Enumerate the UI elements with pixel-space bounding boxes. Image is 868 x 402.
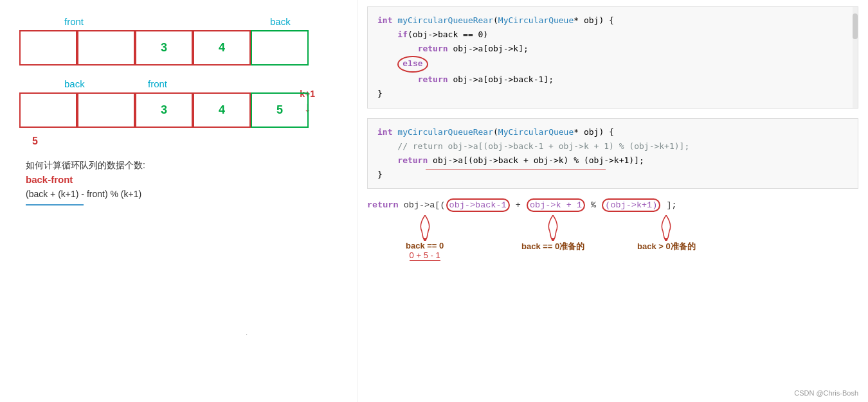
cell-2-3: 3 [135,92,193,128]
code2-line1: int myCircularQueueRear(MyCircularQueue*… [377,125,848,139]
arrow-back0-ready-icon [547,215,559,241]
ann-label-2: back == 0准备的 [521,241,584,252]
array2: 3 4 5 [19,92,338,128]
ann-label-3: back > 0准备的 [637,241,696,252]
cell-1-2 [77,30,135,66]
code1-line3: return obj->a[obj->k]; [377,42,848,56]
chinese-description: 如何计算循环队列的数据个数: [26,160,338,171]
bottom-text: 如何计算循环队列的数据个数: back-front (back + (k+1) … [26,160,338,205]
cell-1-5 [251,30,309,66]
back-label-1: back [270,16,291,27]
cell-1-3: 3 [135,30,193,66]
diagram1-labels: front back [19,13,338,27]
watermark: CSDN @Chris-Bosh [794,389,858,397]
code1-line5: return obj->a[obj->back-1]; [377,73,848,87]
scrollbar-track[interactable] [853,7,858,108]
return-annotated-line: return obj->a[(obj->back-1 + obj->k + 1 … [367,198,858,212]
ann-formula-1: 0 + 5 - 1 [410,250,440,261]
ann-label-1: back == 0 [406,241,444,250]
arrow-back0-icon [419,215,431,241]
array1: 3 4 [19,30,338,66]
code-block-2: int myCircularQueueRear(MyCircularQueue*… [367,118,858,189]
annotation-backgt0-ready: back > 0准备的 [637,215,696,252]
cell-1-1 [19,30,77,66]
left-panel: front back 3 4 k+1 ↓ back front [0,0,357,402]
oval-objk-plus1: obj->k + 1 [527,198,585,212]
dot-decoration: · [246,331,248,338]
code-block-1: int myCircularQueueRear(MyCircularQueue*… [367,6,858,109]
cell-2-5: 5 [251,92,309,128]
front-label-1: front [64,16,84,27]
code1-line2: if(obj->back == 0) [377,28,848,42]
annotation-back0: back == 0 0 + 5 - 1 [406,215,444,261]
code1-line4: else [377,56,848,73]
underline-return [426,170,606,170]
label-5: 5 [32,135,338,147]
cell-1-4: 4 [193,30,251,66]
back-label-2: back [64,78,85,89]
code1-line1: int myCircularQueueRear(MyCircularQueue*… [377,13,848,28]
bottom-code-section: return obj->a[(obj->back-1 + obj->k + 1 … [367,198,858,279]
formula-1: back-front [26,174,338,185]
oval-objk1: (obj->k+1) [602,198,660,212]
arrow-backgt0-ready-icon [660,215,673,241]
oval-back-minus-1: obj->back-1 [446,198,510,212]
code1-line6: } [377,87,848,101]
right-panel: int myCircularQueueRear(MyCircularQueue*… [357,0,868,402]
cell-2-1 [19,92,77,128]
front-label-2: front [148,78,167,89]
diagram2-labels: back front [19,75,338,89]
diagram2-section: back front 3 4 5 [19,75,338,128]
annotation-back0-ready: back == 0准备的 [521,215,584,252]
code2-line2: // return obj->a[(obj->back-1 + obj->k +… [377,139,848,153]
scrollbar-thumb[interactable] [853,13,858,39]
page-container: front back 3 4 k+1 ↓ back front [0,0,868,402]
annotations-area: back == 0 0 + 5 - 1 back == 0准备的 [367,215,858,279]
underline-decoration [26,204,84,205]
diagram1-section: front back 3 4 [19,13,338,66]
cell-2-2 [77,92,135,128]
formula-2: (back + (k+1) - front) % (k+1) [26,189,338,199]
code2-line3: return obj->a[(obj->back + obj->k) % (ob… [377,153,848,168]
cell-2-4: 4 [193,92,251,128]
